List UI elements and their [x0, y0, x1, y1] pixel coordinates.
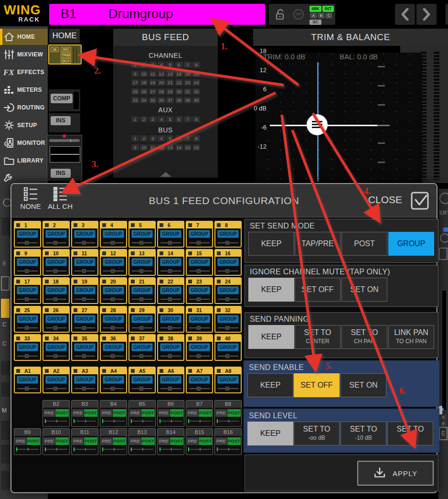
busfeed-channel-36[interactable]: 36 — [158, 97, 165, 103]
tile-group-mode-button[interactable]: GROUP — [217, 376, 239, 384]
busfeed-bus-11[interactable]: 11 — [149, 144, 157, 151]
tile-level-slider[interactable] — [101, 239, 126, 246]
tile-group-mode-button[interactable]: GROUP — [160, 286, 181, 294]
tile-group-mode-button[interactable]: GROUP — [45, 315, 67, 323]
channel-tile-9[interactable]: 9 GROUP — [14, 249, 41, 276]
tile-group-mode-button[interactable]: GROUP — [103, 286, 124, 294]
busfeed-channel-18[interactable]: 18 — [140, 79, 148, 86]
tile-group-mode-button[interactable]: GROUP — [217, 343, 239, 351]
tile-group-mode-button[interactable]: GROUP — [217, 286, 239, 294]
tile-post-button[interactable]: POST — [141, 437, 155, 445]
option-send-level-keep[interactable]: KEEP — [247, 422, 293, 445]
tile-level-slider[interactable] — [129, 268, 155, 274]
tile-group-mode-button[interactable]: GROUP — [17, 343, 38, 351]
tile-post-button[interactable]: POST — [170, 437, 183, 445]
option-ignore-channel-mute-tap-only-set-off[interactable]: SET OFF — [295, 278, 341, 302]
tile-group-mode-button[interactable]: GROUP — [45, 286, 67, 294]
busfeed-channel-38[interactable]: 38 — [175, 97, 183, 103]
busfeed-channel-6[interactable]: 6 — [175, 62, 183, 68]
channel-tile-25[interactable]: 25 GROUP — [14, 306, 41, 333]
channel-tile-32[interactable]: 32 GROUP — [214, 306, 242, 333]
tile-group-mode-button[interactable]: GROUP — [160, 343, 181, 351]
channel-tile-8[interactable]: 8 GROUP — [214, 221, 242, 248]
busfeed-channel-9[interactable]: 9 — [131, 71, 139, 77]
option-send-panning-set-to-ch-pan[interactable]: SET TOCH PAN — [341, 325, 387, 349]
tile-level-slider[interactable] — [158, 325, 183, 331]
tile-group-mode-button[interactable]: GROUP — [17, 230, 38, 238]
channel-tile-12[interactable]: 12 GROUP — [100, 249, 127, 276]
tile-pre-button[interactable]: PRE — [43, 409, 55, 417]
bus-tile-b7[interactable]: B7 PREPOST — [186, 400, 213, 427]
tile-post-button[interactable]: POST — [55, 409, 69, 417]
tile-pre-button[interactable]: PRE — [15, 437, 26, 445]
busfeed-channel-2[interactable]: 2 — [140, 62, 148, 68]
tile-group-mode-button[interactable]: GROUP — [74, 286, 96, 294]
busfeed-bus-3[interactable]: 3 — [149, 135, 157, 141]
busfeed-channel-22[interactable]: 22 — [175, 79, 183, 86]
channel-tile-31[interactable]: 31 GROUP — [186, 306, 213, 333]
busfeed-bus-10[interactable]: 10 — [140, 144, 148, 151]
sidebar-item-home[interactable]: HOME — [0, 29, 48, 45]
bus-tile-b16[interactable]: B16 PREPOST — [214, 428, 242, 455]
busfeed-channel-35[interactable]: 35 — [149, 97, 157, 103]
tile-level-slider[interactable] — [215, 325, 241, 331]
tile-level-slider[interactable] — [129, 353, 155, 359]
busfeed-aux-2[interactable]: 2 — [140, 116, 148, 122]
tile-pre-button[interactable]: PRE — [43, 437, 55, 445]
tile-level-slider[interactable] — [15, 239, 40, 246]
busfeed-bus-6[interactable]: 6 — [175, 135, 183, 141]
channel-tile-38[interactable]: 38 GROUP — [157, 334, 184, 361]
tile-level-slider[interactable] — [129, 325, 155, 331]
bus-tile-b4[interactable]: B4 PREPOST — [100, 400, 127, 427]
tile-post-button[interactable]: POST — [84, 437, 97, 445]
sidebar-item-setup[interactable]: SETUP — [0, 117, 48, 133]
channel-tile-34[interactable]: 34 GROUP — [43, 334, 70, 361]
busfeed-bus-4[interactable]: 4 — [158, 135, 165, 141]
busfeed-channel-14[interactable]: 14 — [175, 71, 183, 77]
tile-group-mode-button[interactable]: GROUP — [131, 230, 153, 238]
tile-post-button[interactable]: POST — [113, 409, 126, 417]
busfeed-channel-40[interactable]: 40 — [192, 97, 200, 103]
channel-tile-13[interactable]: 13 GROUP — [128, 249, 156, 276]
tile-level-slider[interactable] — [101, 353, 126, 359]
channel-tile-17[interactable]: 17 GROUP — [14, 277, 41, 304]
channel-tile-10[interactable]: 10 GROUP — [43, 249, 70, 276]
mute-flag[interactable]: M — [51, 47, 59, 52]
tile-level-slider[interactable] — [215, 239, 241, 246]
busfeed-channel-16[interactable]: 16 — [192, 71, 200, 77]
tile-level-slider[interactable] — [158, 418, 184, 424]
busfeed-bus-9[interactable]: 9 — [131, 144, 139, 151]
tile-group-mode-button[interactable]: GROUP — [45, 343, 67, 351]
tile-level-slider[interactable] — [186, 446, 213, 453]
bus-tile-b2[interactable]: B2 PREPOST — [43, 400, 70, 427]
busfeed-channel-11[interactable]: 11 — [149, 71, 157, 77]
tile-pre-button[interactable]: PRE — [187, 409, 198, 417]
busfeed-bus-1[interactable]: 1 — [131, 135, 139, 141]
fader-handle[interactable] — [307, 114, 328, 135]
channel-tile-14[interactable]: 14 GROUP — [157, 249, 184, 276]
option-send-enable-set-on[interactable]: SET ON — [341, 373, 386, 397]
busfeed-channel-39[interactable]: 39 — [184, 97, 192, 103]
tile-level-slider[interactable] — [129, 296, 155, 303]
tile-level-slider[interactable] — [43, 353, 69, 359]
sidebar-item-routing[interactable]: ROUTING — [0, 99, 48, 116]
pan-slider[interactable] — [49, 139, 80, 142]
channel-tile-23[interactable]: 23 GROUP — [186, 277, 213, 304]
inv-flag[interactable]: INV — [61, 47, 71, 52]
sidebar-item-meters[interactable]: METERS — [0, 82, 48, 98]
tile-level-slider[interactable] — [158, 296, 183, 303]
aux-tile-a4[interactable]: A4 GROUP — [100, 367, 127, 393]
tile-group-mode-button[interactable]: GROUP — [45, 376, 67, 384]
tile-level-slider[interactable] — [72, 296, 97, 303]
channel-tile-30[interactable]: 30 GROUP — [157, 306, 184, 333]
home-tab[interactable]: HOME — [49, 29, 80, 43]
scene-a-button[interactable]: A — [310, 13, 317, 18]
busfeed-channel-37[interactable]: 37 — [166, 97, 174, 103]
busfeed-channel-17[interactable]: 17 — [131, 79, 139, 86]
tile-level-slider[interactable] — [129, 418, 155, 424]
tile-pre-button[interactable]: PRE — [215, 409, 227, 417]
tile-group-mode-button[interactable]: GROUP — [17, 286, 38, 294]
tile-group-mode-button[interactable]: GROUP — [189, 315, 210, 323]
tile-group-mode-button[interactable]: GROUP — [217, 230, 239, 238]
busfeed-channel-13[interactable]: 13 — [166, 71, 174, 77]
